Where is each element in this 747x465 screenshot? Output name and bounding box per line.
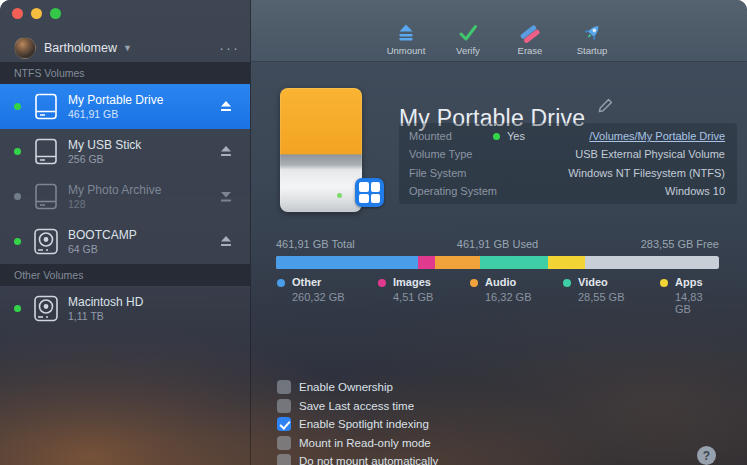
- info-value: Windows 10: [665, 185, 725, 197]
- volume-name: Macintosh HD: [68, 295, 143, 309]
- checkbox[interactable]: [277, 436, 291, 450]
- legend-name: Video: [578, 276, 624, 288]
- toolbar: Unmount Verify Erase Startup: [251, 0, 747, 62]
- internal-drive-icon: [31, 227, 61, 256]
- volume-size: 256 GB: [68, 153, 141, 165]
- legend-dot: [470, 279, 478, 287]
- volume-info-panel: Mounted Yes /Volumes/My Portable Drive V…: [399, 123, 737, 204]
- sidebar-item-my-photo-archive[interactable]: My Photo Archive 128: [0, 174, 250, 219]
- traffic-lights: [12, 8, 61, 19]
- volume-name: BOOTCAMP: [68, 228, 137, 242]
- info-label: Volume Type: [409, 148, 472, 160]
- info-row-mounted: Mounted Yes /Volumes/My Portable Drive: [409, 128, 725, 144]
- edit-title-icon[interactable]: [598, 98, 613, 117]
- unmount-button[interactable]: Unmount: [380, 22, 432, 56]
- section-header-other-volumes: Other Volumes: [0, 264, 250, 286]
- external-drive-artwork: [280, 88, 362, 212]
- volume-name: My USB Stick: [68, 138, 141, 152]
- legend-size: 16,32 GB: [485, 291, 531, 303]
- option-enable-spotlight-indexing[interactable]: Enable Spotlight indexing: [277, 417, 438, 431]
- status-dot: [14, 238, 21, 245]
- section-label: Other Volumes: [14, 269, 83, 281]
- eject-button[interactable]: [220, 146, 232, 157]
- external-drive-icon: [31, 137, 61, 166]
- mount-point-link[interactable]: /Volumes/My Portable Drive: [589, 130, 725, 142]
- checkbox[interactable]: [277, 380, 291, 394]
- erase-button[interactable]: Erase: [504, 22, 556, 56]
- volume-name: My Portable Drive: [68, 93, 163, 107]
- user-name: Bartholomew: [44, 41, 117, 55]
- eject-button[interactable]: [220, 101, 232, 112]
- storage-bar: [276, 256, 719, 269]
- sidebar-item-macintosh-hd[interactable]: Macintosh HD 1,11 TB: [0, 286, 250, 331]
- volume-name: My Photo Archive: [68, 183, 161, 197]
- legend-size: 4,51 GB: [393, 291, 433, 303]
- option-label: Mount in Read-only mode: [299, 437, 431, 449]
- bar-segment-apps: [548, 256, 585, 269]
- info-row-volume-type: Volume Type USB External Physical Volume: [409, 146, 725, 162]
- checkbox[interactable]: [277, 399, 291, 413]
- legend-dot: [378, 279, 386, 287]
- free-label: 283,55 GB Free: [641, 238, 719, 252]
- legend-item-other: Other260,32 GB: [277, 276, 345, 303]
- sidebar-item-my-usb-stick[interactable]: My USB Stick 256 GB: [0, 129, 250, 174]
- legend-dot: [563, 279, 571, 287]
- verify-button[interactable]: Verify: [442, 22, 494, 56]
- legend-dot: [277, 279, 285, 287]
- close-button[interactable]: [12, 8, 23, 19]
- toolbar-button-label: Startup: [577, 45, 608, 56]
- toolbar-button-label: Erase: [518, 45, 543, 56]
- legend-item-video: Video28,55 GB: [563, 276, 624, 303]
- section-header-ntfs-volumes: NTFS Volumes: [0, 62, 250, 84]
- eject-icon: [396, 22, 416, 43]
- user-menu[interactable]: Bartholomew ▼ ···: [14, 36, 240, 60]
- info-value: USB External Physical Volume: [575, 148, 725, 160]
- info-row-file-system: File System Windows NT Filesystem (NTFS): [409, 165, 725, 181]
- legend-name: Images: [393, 276, 433, 288]
- zoom-button[interactable]: [50, 8, 61, 19]
- option-label: Enable Ownership: [299, 381, 393, 393]
- legend-name: Audio: [485, 276, 531, 288]
- status-dot: [14, 103, 21, 110]
- option-enable-ownership[interactable]: Enable Ownership: [277, 380, 438, 394]
- legend-name: Other: [292, 276, 345, 288]
- windows-logo-icon: [355, 178, 384, 207]
- status-dot: [14, 193, 21, 200]
- status-dot: [14, 305, 21, 312]
- option-do-not-mount-automatically[interactable]: Do not mount automatically: [277, 454, 438, 465]
- drive-led: [337, 193, 342, 198]
- check-icon: [458, 22, 478, 43]
- legend-item-audio: Audio16,32 GB: [470, 276, 531, 303]
- legend-size: 28,55 GB: [578, 291, 624, 303]
- sidebar-item-my-portable-drive[interactable]: My Portable Drive 461,91 GB: [0, 84, 250, 129]
- sidebar: Bartholomew ▼ ··· NTFS Volumes My Portab…: [0, 0, 251, 465]
- external-drive-icon: [31, 182, 61, 211]
- option-label: Save Last access time: [299, 400, 414, 412]
- bar-segment-audio: [435, 256, 481, 269]
- volume-size: 64 GB: [68, 243, 137, 255]
- more-options-button[interactable]: ···: [219, 43, 240, 53]
- legend-item-apps: Apps14,83 GB: [660, 276, 719, 315]
- option-mount-in-read-only-mode[interactable]: Mount in Read-only mode: [277, 436, 438, 450]
- mount-options: Enable Ownership Save Last access time E…: [277, 380, 438, 465]
- mounted-status-text: Yes: [507, 130, 525, 142]
- checkbox[interactable]: [277, 454, 291, 465]
- info-label: Mounted: [409, 130, 452, 142]
- legend-name: Apps: [675, 276, 719, 288]
- option-save-last-access-time[interactable]: Save Last access time: [277, 399, 438, 413]
- bar-segment-video: [480, 256, 547, 269]
- chevron-down-icon: ▼: [123, 43, 132, 53]
- info-row-operating-system: Operating System Windows 10: [409, 183, 725, 199]
- eject-button[interactable]: [220, 236, 232, 247]
- toolbar-button-label: Unmount: [387, 45, 426, 56]
- mount-button[interactable]: [220, 191, 232, 202]
- checkbox[interactable]: [277, 417, 291, 431]
- sidebar-item-bootcamp[interactable]: BOOTCAMP 64 GB: [0, 219, 250, 264]
- volume-size: 1,11 TB: [68, 310, 143, 322]
- used-label: 461,91 GB Used: [457, 238, 538, 250]
- bar-segment-images: [418, 256, 435, 269]
- help-button[interactable]: ?: [697, 446, 716, 465]
- minimize-button[interactable]: [31, 8, 42, 19]
- startup-button[interactable]: Startup: [566, 22, 618, 56]
- section-label: NTFS Volumes: [14, 67, 85, 79]
